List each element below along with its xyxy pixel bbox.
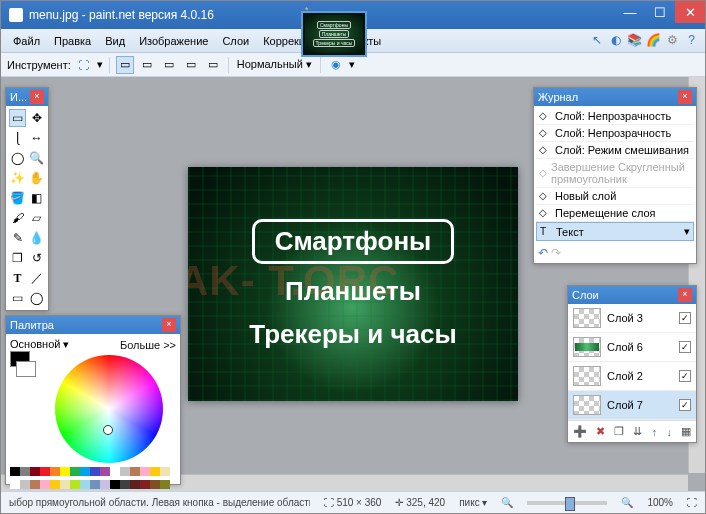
- history-item[interactable]: ◇Завершение Скругленный прямоугольник: [536, 159, 694, 188]
- layer-row[interactable]: Слой 2✓: [568, 362, 696, 391]
- palette-more-button[interactable]: Больше >>: [120, 339, 176, 351]
- swatch[interactable]: [120, 467, 130, 476]
- tool-picker[interactable]: 💧: [28, 229, 45, 247]
- selmode-replace-icon[interactable]: ▭: [116, 56, 134, 74]
- swatch[interactable]: [30, 480, 40, 489]
- swatch[interactable]: [150, 467, 160, 476]
- palette-fg-label[interactable]: Основной: [10, 338, 60, 350]
- tool-move[interactable]: ✥: [28, 109, 45, 127]
- swatch[interactable]: [60, 467, 70, 476]
- history-close-button[interactable]: ×: [678, 90, 692, 104]
- tool-lasso[interactable]: ɭ: [9, 129, 26, 147]
- swatch[interactable]: [30, 467, 40, 476]
- tool-move-selection[interactable]: ↔: [28, 129, 45, 147]
- swatch[interactable]: [140, 480, 150, 489]
- swatch[interactable]: [100, 467, 110, 476]
- swatch[interactable]: [20, 467, 30, 476]
- zoom-in-icon[interactable]: 🔍: [621, 497, 633, 508]
- redo-icon[interactable]: ↷: [551, 246, 561, 260]
- layer-visible-checkbox[interactable]: ✓: [679, 341, 691, 353]
- swatch[interactable]: [110, 467, 120, 476]
- menu-Изображение[interactable]: Изображение: [133, 33, 214, 49]
- layer-props-icon[interactable]: ▦: [681, 425, 691, 438]
- swatch[interactable]: [140, 467, 150, 476]
- layer-visible-checkbox[interactable]: ✓: [679, 370, 691, 382]
- blend-mode-combo[interactable]: Нормальный ▾: [235, 58, 314, 71]
- swatch[interactable]: [10, 480, 20, 489]
- tool-brush[interactable]: 🖌: [9, 209, 26, 227]
- swatch[interactable]: [70, 480, 80, 489]
- layer-merge-icon[interactable]: ⇊: [633, 425, 642, 438]
- tool-rect-select[interactable]: ▭: [9, 109, 26, 127]
- history-item[interactable]: ◇Слой: Непрозрачность: [536, 125, 694, 142]
- menu-Файл[interactable]: Файл: [7, 33, 46, 49]
- menu-Правка[interactable]: Правка: [48, 33, 97, 49]
- tool-chooser-icon[interactable]: ⛶: [75, 56, 93, 74]
- swatch[interactable]: [80, 467, 90, 476]
- swatch[interactable]: [110, 480, 120, 489]
- tool-gradient[interactable]: ◧: [28, 189, 45, 207]
- tool-shapes[interactable]: ◯: [28, 289, 45, 307]
- swatch[interactable]: [150, 480, 160, 489]
- swatch[interactable]: [70, 467, 80, 476]
- history-item[interactable]: ◇Слой: Непрозрачность: [536, 108, 694, 125]
- undo-icon[interactable]: ↶: [538, 246, 548, 260]
- color-wheel[interactable]: [55, 355, 163, 463]
- layer-down-icon[interactable]: ↓: [667, 426, 673, 438]
- status-zoom[interactable]: 100%: [647, 497, 673, 508]
- history-item[interactable]: ◇Слой: Режим смешивания: [536, 142, 694, 159]
- swatch[interactable]: [120, 480, 130, 489]
- selmode-intersect-icon[interactable]: ▭: [182, 56, 200, 74]
- layer-duplicate-icon[interactable]: ❐: [614, 425, 624, 438]
- tool-text[interactable]: T: [9, 269, 26, 287]
- swatch-row-1[interactable]: [10, 467, 176, 476]
- swatch[interactable]: [90, 480, 100, 489]
- zoom-out-icon[interactable]: 🔍: [501, 497, 513, 508]
- maximize-button[interactable]: ☐: [645, 1, 675, 23]
- minimize-button[interactable]: —: [615, 1, 645, 23]
- tool-rectangle[interactable]: ▭: [9, 289, 26, 307]
- layer-up-icon[interactable]: ↑: [652, 426, 658, 438]
- tool-line[interactable]: ／: [28, 269, 45, 287]
- tool-recolor[interactable]: ↺: [28, 249, 45, 267]
- toolbox-close-button[interactable]: ×: [30, 90, 44, 104]
- layer-delete-icon[interactable]: ✖: [596, 425, 605, 438]
- swatch[interactable]: [40, 480, 50, 489]
- tool-pencil[interactable]: ✎: [9, 229, 26, 247]
- menu-Слои[interactable]: Слои: [216, 33, 255, 49]
- history-window-icon[interactable]: ◐: [608, 33, 623, 48]
- layers-close-button[interactable]: ×: [678, 288, 692, 302]
- layer-visible-checkbox[interactable]: ✓: [679, 399, 691, 411]
- swatch-row-2[interactable]: [10, 480, 176, 489]
- colors-window-icon[interactable]: 🌈: [646, 33, 661, 48]
- tool-pan[interactable]: ✋: [28, 169, 45, 187]
- swatch[interactable]: [20, 480, 30, 489]
- tool-fill[interactable]: 🪣: [9, 189, 26, 207]
- layers-window-icon[interactable]: 📚: [627, 33, 642, 48]
- swatch[interactable]: [80, 480, 90, 489]
- history-item[interactable]: TТекст▾: [536, 222, 694, 241]
- status-unit[interactable]: пикс ▾: [459, 497, 487, 508]
- swatch[interactable]: [160, 480, 170, 489]
- layer-row[interactable]: Слой 6✓: [568, 333, 696, 362]
- history-item[interactable]: ◇Новый слой: [536, 188, 694, 205]
- tool-clone[interactable]: ❐: [9, 249, 26, 267]
- swatch[interactable]: [50, 480, 60, 489]
- swatch[interactable]: [130, 467, 140, 476]
- fill-style-icon[interactable]: ◉: [327, 56, 345, 74]
- swatch[interactable]: [130, 480, 140, 489]
- fullscreen-icon[interactable]: ⛶: [687, 497, 697, 508]
- tool-magic-wand[interactable]: ✨: [9, 169, 26, 187]
- layer-row[interactable]: Слой 3✓: [568, 304, 696, 333]
- swatch[interactable]: [60, 480, 70, 489]
- layer-visible-checkbox[interactable]: ✓: [679, 312, 691, 324]
- layer-add-icon[interactable]: ➕: [573, 425, 587, 438]
- swatch[interactable]: [90, 467, 100, 476]
- help-icon[interactable]: ?: [684, 33, 699, 48]
- selmode-add-icon[interactable]: ▭: [138, 56, 156, 74]
- tool-eraser[interactable]: ▱: [28, 209, 45, 227]
- tool-ellipse-select[interactable]: ◯: [9, 149, 26, 167]
- tool-zoom[interactable]: 🔍: [28, 149, 45, 167]
- selmode-subtract-icon[interactable]: ▭: [160, 56, 178, 74]
- layer-row[interactable]: Слой 7✓: [568, 391, 696, 420]
